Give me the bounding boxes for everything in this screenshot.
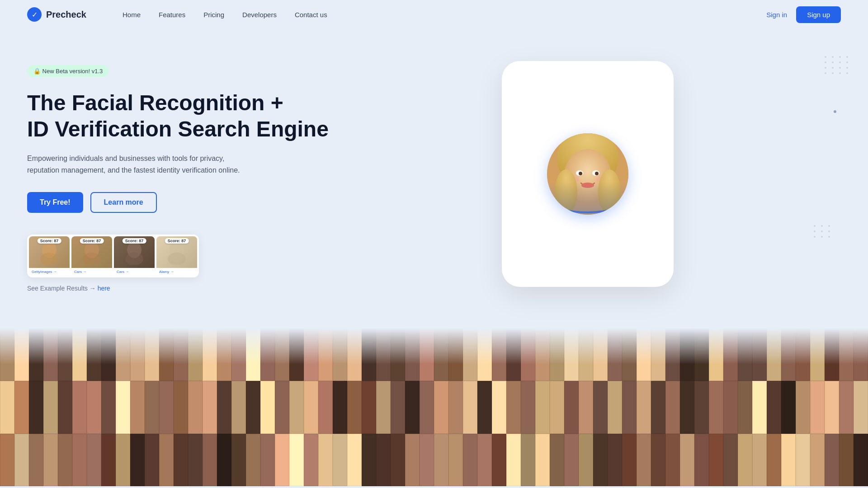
svg-point-337 [278,402,286,411]
svg-point-383 [436,407,447,415]
face-cell [420,328,434,381]
face-cell [188,434,203,487]
svg-point-205 [669,349,677,358]
try-free-button[interactable]: Try Free! [27,192,83,213]
svg-point-561 [221,455,228,464]
svg-point-107 [306,354,316,362]
nav-contact[interactable]: Contact us [295,11,327,19]
svg-point-126 [379,349,388,356]
svg-rect-320 [217,400,231,414]
nav-pricing[interactable]: Pricing [203,11,224,19]
svg-point-475 [769,407,779,415]
nav-home[interactable]: Home [123,11,141,19]
svg-point-409 [539,402,547,411]
face-cell [145,381,159,434]
face-cell [463,434,477,487]
svg-point-485 [814,402,821,411]
face-cell [87,381,101,434]
svg-point-517 [61,455,69,464]
face-cell [608,381,622,434]
result-card-2[interactable]: Score: 87 Cars → [71,236,112,276]
svg-point-98 [278,349,287,356]
sign-up-button[interactable]: Sign up [796,6,841,23]
svg-point-613 [409,455,416,464]
svg-point-275 [46,407,56,415]
face-cell [521,328,535,381]
svg-point-235 [769,354,779,362]
svg-rect-280 [73,400,86,414]
svg-point-349 [322,402,330,411]
svg-point-510 [32,454,41,461]
face-cell [174,434,188,487]
svg-point-505 [18,455,26,464]
logo[interactable]: ✓ Precheck [27,7,86,22]
result-card-label-4: Alamy → [156,268,197,276]
result-card-3[interactable]: Score: 87 Cars → [114,236,155,276]
svg-point-59 [132,354,143,362]
face-cell [405,434,420,487]
svg-point-533 [119,455,127,464]
face-cell [116,328,130,381]
score-badge-3: Score: 87 [123,238,146,244]
svg-rect-436 [637,400,651,414]
svg-rect-44 [87,348,101,361]
face-grid-row-0 [0,328,868,381]
hero-buttons: Try Free! Learn more [27,192,335,213]
face-cell [231,328,246,381]
svg-point-150 [466,349,475,356]
face-cell [796,381,810,434]
sign-in-button[interactable]: Sign in [766,11,787,19]
face-cell [188,381,203,434]
svg-point-49 [105,349,113,358]
svg-point-111 [321,354,331,362]
svg-point-658 [567,454,576,461]
svg-point-550 [176,454,186,461]
result-card-1[interactable]: Score: 87 GettyImages → [29,236,70,276]
face-cell [839,434,854,487]
svg-point-643 [509,459,519,468]
svg-point-637 [495,455,503,464]
svg-point-369 [394,402,402,411]
svg-point-246 [813,349,822,356]
svg-point-263 [2,407,13,415]
svg-rect-324 [232,400,245,414]
svg-point-501 [4,455,11,464]
svg-rect-148 [463,348,477,361]
svg-point-201 [655,349,662,358]
svg-point-23 [2,354,13,362]
svg-point-705 [741,455,749,464]
svg-point-469 [756,402,764,411]
face-cell [58,434,72,487]
svg-point-174 [552,349,562,356]
svg-point-222 [726,349,736,356]
example-results-link[interactable]: here [98,285,110,292]
svg-point-725 [814,455,821,464]
nav-developers[interactable]: Developers [242,11,277,19]
svg-point-167 [523,354,533,362]
face-cell [289,328,304,381]
svg-rect-644 [521,453,535,467]
svg-point-37 [61,349,69,358]
nav-features[interactable]: Features [159,11,185,19]
svg-point-199 [639,354,649,362]
svg-point-270 [32,401,41,408]
beta-badge: 🔒 New Beta version! v1.3 [27,65,109,77]
svg-point-138 [422,349,432,356]
face-cell [231,434,246,487]
svg-rect-120 [362,348,376,361]
svg-rect-100 [290,348,303,361]
svg-point-515 [46,459,56,468]
svg-rect-244 [811,348,824,361]
svg-point-318 [205,401,215,408]
svg-rect-272 [44,400,57,414]
svg-rect-472 [767,400,781,414]
svg-point-190 [610,349,620,356]
svg-point-422 [581,401,591,408]
svg-point-343 [292,407,302,415]
result-card-4[interactable]: Score: 87 Alamy → [156,236,197,276]
svg-rect-408 [536,400,549,414]
svg-point-426 [596,401,605,408]
svg-point-289 [105,402,113,411]
learn-more-button[interactable]: Learn more [90,192,157,213]
svg-rect-536 [131,453,144,467]
